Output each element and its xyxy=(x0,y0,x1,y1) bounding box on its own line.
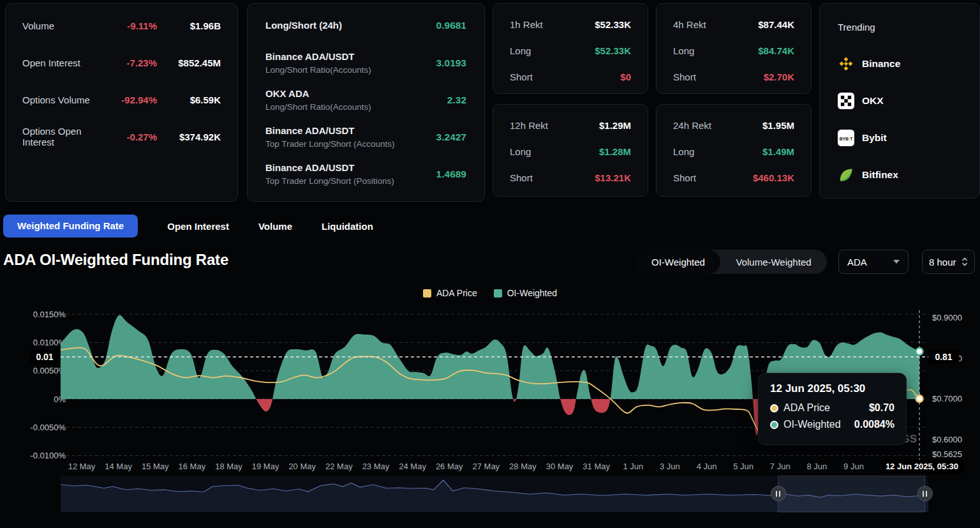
rekt-total-value: $1.95M xyxy=(762,120,794,131)
stat-value: $6.59K xyxy=(157,94,221,105)
exchange-name: OKX xyxy=(862,95,884,107)
trending-exchange-bybit[interactable]: BYB!TBybit xyxy=(838,129,887,147)
weighted-toggle: OI-WeightedVolume-Weighted xyxy=(636,250,827,274)
rekt-long-row: Long$1.28M xyxy=(510,144,631,159)
rekt-short-value: $13.21K xyxy=(595,172,631,183)
stat-value: $374.92K xyxy=(157,132,221,142)
rekt-short-value: $0 xyxy=(620,72,631,82)
rekt-period-label: 12h Rekt xyxy=(510,120,548,131)
trending-exchange-okx[interactable]: OKX xyxy=(838,92,884,110)
series-dot xyxy=(770,421,778,429)
ratio-title: Binance ADA/USDT xyxy=(265,124,395,138)
tab-bar: Weighted Funding RateOpen InterestVolume… xyxy=(3,215,373,238)
rekt-long-label: Long xyxy=(510,45,531,56)
x-tick: 26 May xyxy=(436,462,463,471)
trending-exchange-binance[interactable]: Binance xyxy=(838,55,900,73)
x-tick: 31 May xyxy=(583,462,610,471)
coin-select[interactable]: ADA xyxy=(838,250,909,274)
tab-volume[interactable]: Volume xyxy=(258,221,292,232)
ada-price-cursor-dot xyxy=(916,395,923,402)
rekt-long-value: $52.33K xyxy=(595,45,631,56)
stat-label: Options Volume xyxy=(22,94,98,105)
stat-label: Open Interest xyxy=(22,57,98,68)
navigator-handle-left[interactable] xyxy=(771,486,786,501)
ratio-row-left: Binance ADA/USDTLong/Short Ratio(Account… xyxy=(265,50,371,77)
rekt-short-label: Short xyxy=(510,72,533,82)
y-left-tick: -0.0100% xyxy=(30,451,66,460)
rekt-long-label: Long xyxy=(510,146,531,157)
x-tick: 12 May xyxy=(68,462,96,471)
rekt-short-value: $460.13K xyxy=(753,172,794,183)
legend-item-ada-price[interactable]: ADA Price xyxy=(423,288,477,298)
okx-icon xyxy=(838,93,854,109)
bitfinex-icon xyxy=(838,167,854,183)
y-left-tick: 0.0150% xyxy=(33,310,66,319)
rekt-long-value: $84.74K xyxy=(758,45,794,56)
ratio-row: Long/Short (24h)0.9681 xyxy=(265,18,466,33)
ratio-row: Binance ADA/USDTTop Trader Long/Short (P… xyxy=(265,160,466,189)
x-tick: 7 Jun xyxy=(770,462,791,471)
ratio-value: 3.2427 xyxy=(436,132,466,143)
page-title: ADA OI-Weighted Funding Rate xyxy=(3,251,228,269)
rekt-card-12h: 12h Rekt$1.29MLong$1.28MShort$13.21K xyxy=(493,104,648,197)
ratio-title: Binance ADA/USDT xyxy=(265,50,371,64)
x-tick: 5 Jun xyxy=(733,462,754,471)
rekt-header-row: 4h Rekt$87.44K xyxy=(673,17,794,32)
y-right-tick: $0.7000 xyxy=(932,394,962,404)
x-tick: 23 May xyxy=(362,462,390,471)
rekt-total-value: $87.44K xyxy=(758,19,794,30)
stat-row: Volume-9.11%$1.96B xyxy=(22,18,221,33)
series-dot xyxy=(770,404,778,412)
x-tick: 9 Jun xyxy=(843,462,864,471)
ratio-row: Binance ADA/USDTLong/Short Ratio(Account… xyxy=(265,49,466,78)
x-tick: 22 May xyxy=(325,462,353,471)
stat-row: Open Interest-7.23%$852.45M xyxy=(22,55,221,70)
navigator-selection[interactable] xyxy=(778,476,925,512)
ratio-value: 3.0193 xyxy=(436,57,466,69)
stat-change: -7.23% xyxy=(98,57,157,68)
rekt-period-label: 1h Rekt xyxy=(510,19,543,30)
tab-open-interest[interactable]: Open Interest xyxy=(167,221,229,232)
crosshair-right-value: 0.81 xyxy=(935,352,952,362)
exchange-name: Bybit xyxy=(862,132,887,144)
dashboard: Volume-9.11%$1.96BOpen Interest-7.23%$85… xyxy=(0,0,980,528)
legend-item-oi-weighted[interactable]: OI-Weighted xyxy=(494,288,557,298)
toggle-option-oi-weighted[interactable]: OI-Weighted xyxy=(636,250,720,274)
x-tick: 16 May xyxy=(179,462,206,471)
rekt-short-label: Short xyxy=(673,72,696,82)
ratio-value: 1.4689 xyxy=(436,169,466,180)
y-right-tick: $0.6000 xyxy=(932,435,962,444)
navigator-handle-right[interactable] xyxy=(917,486,933,501)
rekt-long-row: Long$52.33K xyxy=(510,43,631,58)
rekt-card-4h: 4h Rekt$87.44KLong$84.74KShort$2.70K xyxy=(656,3,812,94)
rekt-short-row: Short$13.21K xyxy=(510,170,631,185)
tab-liquidation[interactable]: Liquidation xyxy=(322,221,373,232)
x-tick: 4 Jun xyxy=(697,462,717,471)
interval-select-value: 8 hour xyxy=(929,257,956,268)
rekt-period-label: 24h Rekt xyxy=(673,120,711,131)
stat-value: $1.96B xyxy=(157,20,221,31)
x-tick: 15 May xyxy=(142,462,169,471)
exchange-name: Bitfinex xyxy=(862,169,898,181)
trending-exchange-bitfinex[interactable]: Bitfinex xyxy=(838,166,898,184)
tooltip-title: 12 Jun 2025, 05:30 xyxy=(770,382,895,395)
interval-select[interactable]: 8 hour xyxy=(922,250,975,274)
tab-weighted-funding-rate[interactable]: Weighted Funding Rate xyxy=(3,215,138,238)
legend-swatch xyxy=(494,289,502,298)
legend-swatch xyxy=(423,289,431,298)
x-tick: 30 May xyxy=(546,462,574,471)
rekt-header-row: 24h Rekt$1.95M xyxy=(673,117,794,133)
rekt-card-24h: 24h Rekt$1.95MLong$1.49MShort$460.13K xyxy=(656,104,812,197)
crosshair-date-label: 12 Jun 2025, 05:30 xyxy=(880,460,963,473)
y-right-tick: $0.5625 xyxy=(932,449,962,459)
chart-navigator[interactable] xyxy=(61,476,928,513)
rekt-short-row: Short$2.70K xyxy=(673,69,794,84)
ratio-title: OKX ADA xyxy=(265,87,371,101)
stat-value: $852.45M xyxy=(157,57,221,68)
exchange-name: Binance xyxy=(862,58,900,70)
stat-label: Options Open Interest xyxy=(22,126,98,147)
toggle-option-volume-weighted[interactable]: Volume-Weighted xyxy=(720,250,827,274)
rekt-long-row: Long$1.49M xyxy=(673,144,794,159)
tooltip-row-label: ADA Price xyxy=(770,402,830,414)
ratio-value: 0.9681 xyxy=(436,20,466,31)
